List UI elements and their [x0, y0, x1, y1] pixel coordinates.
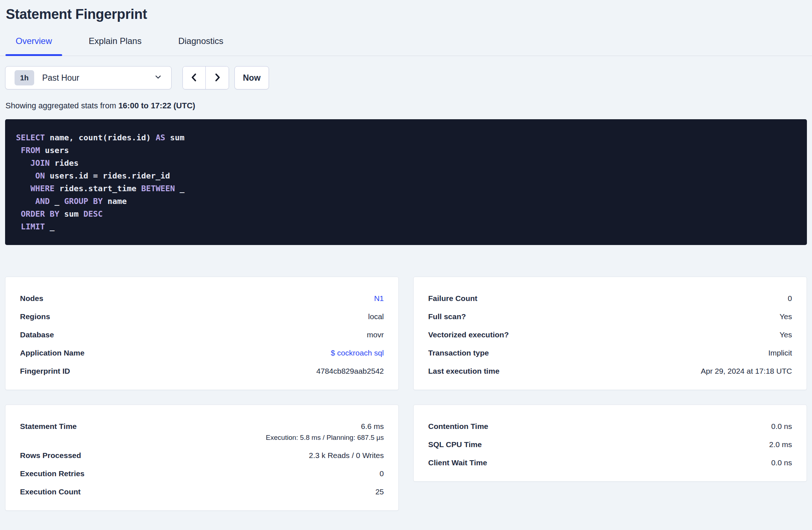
time-range-picker[interactable]: 1h Past Hour [5, 66, 172, 89]
vectorized-execution-label: Vectorized execution? [428, 330, 509, 339]
nodes-value-cell: N1 [374, 294, 384, 303]
sql-cpu-time-value: 2.0 ms [769, 440, 792, 449]
sql-line: SELECT name, count(rides.id) AS sum [16, 131, 796, 144]
contention-time-value-cell: 0.0 ns [771, 422, 792, 431]
card-row-execution-retries: Execution Retries0 [20, 465, 384, 483]
aggregated-stats-range: 16:00 to 17:22 (UTC) [118, 101, 196, 110]
card-row-contention-time: Contention Time0.0 ns [428, 417, 792, 435]
statement-time-value-cell: 6.6 msExecution: 5.8 ms / Planning: 687.… [266, 422, 384, 442]
database-value-cell: movr [367, 330, 384, 339]
regions-value: local [368, 312, 384, 321]
execution-count-value-cell: 25 [375, 487, 384, 496]
statement-fingerprint-page: Statement Fingerprint OverviewExplain Pl… [0, 7, 812, 530]
time-range-label: Past Hour [42, 73, 154, 83]
contention-time-label: Contention Time [428, 422, 488, 431]
vectorized-execution-value: Yes [780, 330, 792, 339]
time-step-buttons [182, 66, 229, 89]
last-execution-time-value: Apr 29, 2024 at 17:18 UTC [701, 367, 792, 375]
execution-retries-label: Execution Retries [20, 469, 84, 478]
nodes-label: Nodes [20, 294, 43, 303]
execution-retries-value: 0 [379, 469, 384, 478]
sql-line: AND _ GROUP BY name [16, 195, 796, 208]
full-scan-value-cell: Yes [780, 312, 792, 321]
application-name-label: Application Name [20, 349, 84, 357]
execution-stats-card: Statement Time6.6 msExecution: 5.8 ms / … [5, 405, 399, 511]
contention-time-value: 0.0 ns [771, 422, 792, 430]
sql-cpu-time-label: SQL CPU Time [428, 440, 482, 449]
card-row-database: Databasemovr [20, 326, 384, 344]
execution-attributes-card: Failure Count0Full scan?YesVectorized ex… [413, 277, 807, 390]
chevron-down-icon [154, 73, 162, 83]
sql-line: JOIN rides [16, 157, 796, 169]
card-row-sql-cpu-time: SQL CPU Time2.0 ms [428, 435, 792, 454]
card-row-fingerprint-id: Fingerprint ID4784cb829aab2542 [20, 362, 384, 380]
execution-retries-value-cell: 0 [379, 469, 384, 478]
page-title: Statement Fingerprint [6, 7, 807, 22]
aggregated-stats-prefix: Showing aggregated stats from [5, 101, 118, 110]
card-row-application-name: Application Name$ cockroach sql [20, 344, 384, 362]
card-row-last-execution-time: Last execution timeApr 29, 2024 at 17:18… [428, 362, 792, 380]
rows-processed-label: Rows Processed [20, 451, 81, 460]
statement-time-value: 6.6 ms [361, 422, 384, 430]
card-row-full-scan: Full scan?Yes [428, 308, 792, 326]
failure-count-value: 0 [788, 294, 792, 302]
regions-value-cell: local [368, 312, 384, 321]
sql-line: LIMIT _ [16, 220, 796, 233]
last-execution-time-label: Last execution time [428, 367, 499, 376]
transaction-type-label: Transaction type [428, 349, 489, 357]
failure-count-label: Failure Count [428, 294, 477, 303]
statement-time-breakdown: Execution: 5.8 ms / Planning: 687.5 µs [266, 434, 384, 442]
card-row-execution-count: Execution Count25 [20, 483, 384, 501]
sql-line: FROM users [16, 144, 796, 157]
next-time-range-button[interactable] [206, 67, 229, 89]
chevron-left-icon [189, 72, 199, 84]
statement-details-card: NodesN1RegionslocalDatabasemovrApplicati… [5, 277, 399, 390]
sql-line: ORDER BY sum DESC [16, 208, 796, 220]
tab-overview[interactable]: Overview [5, 36, 62, 56]
client-wait-time-label: Client Wait Time [428, 458, 487, 467]
tab-diagnostics[interactable]: Diagnostics [168, 36, 233, 56]
database-label: Database [20, 330, 54, 339]
vectorized-execution-value-cell: Yes [780, 330, 792, 339]
card-row-transaction-type: Transaction typeImplicit [428, 344, 792, 362]
transaction-type-value-cell: Implicit [768, 349, 792, 357]
tab-explain-plans[interactable]: Explain Plans [79, 36, 152, 56]
fingerprint-id-value: 4784cb829aab2542 [316, 367, 384, 375]
sql-line: ON users.id = rides.rider_id [16, 169, 796, 182]
sql-statement-box: SELECT name, count(rides.id) AS sum FROM… [5, 119, 807, 245]
statement-time-label: Statement Time [20, 422, 77, 431]
regions-label: Regions [20, 312, 50, 321]
now-button[interactable]: Now [234, 66, 269, 89]
application-name-link[interactable]: $ cockroach sql [331, 349, 384, 357]
nodes-link[interactable]: N1 [374, 294, 384, 302]
previous-time-range-button[interactable] [183, 67, 206, 89]
tabs: OverviewExplain PlansDiagnostics [0, 36, 812, 56]
execution-count-label: Execution Count [20, 487, 81, 496]
time-toolbar: 1h Past Hour Now [5, 66, 807, 89]
failure-count-value-cell: 0 [788, 294, 792, 303]
sql-line: WHERE rides.start_time BETWEEN _ [16, 182, 796, 195]
fingerprint-id-value-cell: 4784cb829aab2542 [316, 367, 384, 376]
card-row-failure-count: Failure Count0 [428, 289, 792, 308]
application-name-value-cell: $ cockroach sql [331, 349, 384, 357]
chevron-right-icon [212, 72, 222, 84]
card-row-statement-time: Statement Time6.6 msExecution: 5.8 ms / … [20, 417, 384, 446]
full-scan-label: Full scan? [428, 312, 466, 321]
card-row-client-wait-time: Client Wait Time0.0 ns [428, 454, 792, 472]
time-range-badge: 1h [15, 70, 34, 85]
transaction-type-value: Implicit [768, 349, 792, 357]
client-wait-time-value-cell: 0.0 ns [771, 458, 792, 467]
cards-grid: NodesN1RegionslocalDatabasemovrApplicati… [5, 277, 807, 511]
card-row-vectorized-execution: Vectorized execution?Yes [428, 326, 792, 344]
card-row-nodes: NodesN1 [20, 289, 384, 308]
card-row-rows-processed: Rows Processed2.3 k Reads / 0 Writes [20, 446, 384, 465]
last-execution-time-value-cell: Apr 29, 2024 at 17:18 UTC [701, 367, 792, 376]
card-row-regions: Regionslocal [20, 308, 384, 326]
sql-cpu-time-value-cell: 2.0 ms [769, 440, 792, 449]
execution-count-value: 25 [375, 487, 384, 496]
timing-stats-card: Contention Time0.0 nsSQL CPU Time2.0 msC… [413, 405, 807, 482]
rows-processed-value: 2.3 k Reads / 0 Writes [309, 451, 384, 459]
full-scan-value: Yes [780, 312, 792, 321]
database-value: movr [367, 330, 384, 339]
client-wait-time-value: 0.0 ns [771, 458, 792, 467]
